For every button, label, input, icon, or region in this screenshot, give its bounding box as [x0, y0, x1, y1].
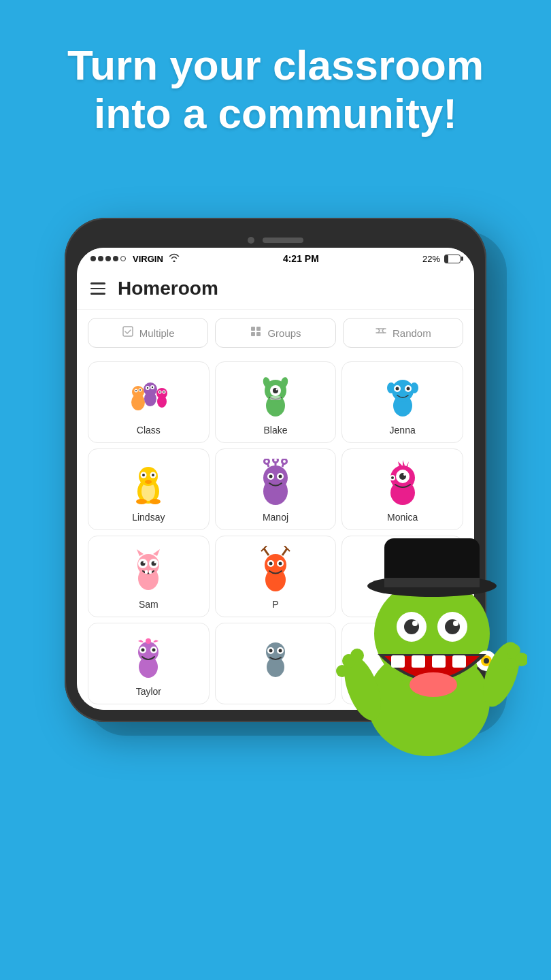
student-card-extra1[interactable]: [215, 623, 337, 704]
status-right: 22%: [422, 254, 461, 264]
svg-point-55: [265, 460, 268, 463]
svg-point-14: [144, 382, 157, 396]
svg-point-152: [507, 644, 520, 657]
svg-marker-108: [403, 549, 407, 554]
svg-point-85: [154, 561, 156, 564]
svg-point-73: [403, 473, 406, 476]
svg-line-95: [284, 546, 287, 549]
svg-marker-79: [153, 549, 160, 556]
svg-point-64: [269, 475, 272, 478]
svg-point-102: [397, 566, 408, 573]
action-bar: Multiple Groups: [77, 310, 474, 356]
svg-point-61: [283, 460, 286, 463]
signal-dot-3: [105, 256, 111, 261]
multiple-button[interactable]: Multiple: [88, 318, 208, 348]
svg-point-111: [146, 638, 151, 644]
svg-point-98: [269, 562, 272, 566]
taylor-avatar: [124, 633, 172, 681]
wifi-icon: [169, 253, 180, 264]
svg-marker-70: [406, 461, 409, 467]
phone-speaker: [263, 238, 303, 243]
groups-button[interactable]: Groups: [215, 318, 335, 348]
front-camera: [248, 237, 254, 244]
student-card-monica[interactable]: Monica: [341, 448, 463, 530]
student-card-extra2[interactable]: [341, 623, 463, 704]
student-card-lindsay[interactable]: Lindsay: [88, 448, 210, 530]
svg-point-105: [395, 561, 399, 564]
student-card-p[interactable]: P: [215, 536, 337, 617]
svg-point-49: [136, 499, 147, 504]
class-name: Class: [137, 425, 161, 436]
svg-rect-87: [149, 570, 152, 574]
svg-point-52: [263, 466, 288, 490]
student-card-manoj[interactable]: Manoj: [215, 448, 337, 530]
monica-avatar: [379, 459, 427, 506]
phone-mockup: VIRGIN 4:21 PM 22%: [65, 218, 486, 722]
battery-percent: 22%: [422, 254, 440, 264]
jenna-name: Jenna: [390, 425, 416, 436]
svg-rect-0: [123, 327, 133, 336]
app-header: Homeroom: [77, 270, 474, 310]
blake2-name: Blake: [390, 599, 414, 610]
hero-section: Turn your classroom into a community!: [0, 0, 551, 159]
lindsay-name: Lindsay: [132, 512, 165, 523]
random-icon: [375, 325, 387, 340]
svg-point-99: [278, 562, 282, 566]
signal-strength: [90, 256, 126, 261]
monica-name: Monica: [387, 512, 418, 523]
svg-rect-1: [251, 327, 255, 331]
svg-point-8: [132, 386, 144, 398]
student-grid: Class: [77, 356, 474, 710]
signal-dot-2: [98, 256, 103, 261]
student-card-blake1[interactable]: Blake: [215, 361, 337, 443]
random-button[interactable]: Random: [343, 318, 463, 348]
p-name: P: [272, 599, 278, 610]
hamburger-line-3: [90, 293, 105, 295]
p-avatar: [252, 546, 299, 593]
app-title: Homeroom: [118, 278, 218, 299]
svg-rect-32: [270, 396, 281, 400]
battery-body: [444, 255, 461, 263]
svg-point-16: [147, 387, 148, 389]
student-card-sam[interactable]: Sam: [88, 536, 210, 617]
blake2-avatar: [379, 546, 427, 593]
svg-point-120: [269, 649, 272, 653]
svg-line-92: [264, 546, 267, 549]
student-card-class[interactable]: Class: [88, 361, 210, 443]
status-time: 4:21 PM: [283, 253, 319, 264]
menu-button[interactable]: [90, 282, 105, 295]
svg-point-40: [406, 387, 410, 391]
svg-rect-3: [251, 332, 255, 336]
manoj-avatar: [252, 459, 299, 506]
svg-line-91: [261, 549, 264, 551]
svg-point-31: [276, 389, 278, 391]
extra2-avatar: [379, 633, 427, 681]
phone-frame: VIRGIN 4:21 PM 22%: [65, 218, 486, 722]
signal-dot-1: [90, 256, 96, 261]
blake1-name: Blake: [263, 425, 287, 436]
jenna-avatar: [379, 372, 427, 419]
random-label: Random: [393, 327, 431, 339]
svg-point-12: [139, 389, 141, 391]
svg-point-20: [156, 388, 167, 399]
student-card-taylor[interactable]: Taylor: [88, 623, 210, 704]
svg-point-22: [159, 391, 161, 393]
svg-point-50: [150, 499, 161, 504]
battery-fill: [445, 255, 448, 263]
carrier-name: VIRGIN: [133, 254, 163, 264]
svg-point-39: [395, 387, 399, 391]
hamburger-line-1: [90, 282, 105, 284]
svg-point-75: [391, 476, 394, 479]
svg-point-47: [152, 474, 154, 476]
svg-rect-86: [145, 570, 148, 574]
svg-point-106: [406, 561, 410, 564]
sam-name: Sam: [139, 599, 158, 610]
svg-point-46: [142, 474, 145, 476]
student-card-jenna[interactable]: Jenna: [341, 361, 463, 443]
svg-line-90: [264, 549, 269, 555]
sam-avatar: [124, 546, 172, 593]
svg-marker-107: [397, 550, 401, 555]
svg-point-58: [274, 459, 277, 461]
svg-point-153: [515, 653, 527, 666]
student-card-blake2[interactable]: Blake: [341, 536, 463, 617]
